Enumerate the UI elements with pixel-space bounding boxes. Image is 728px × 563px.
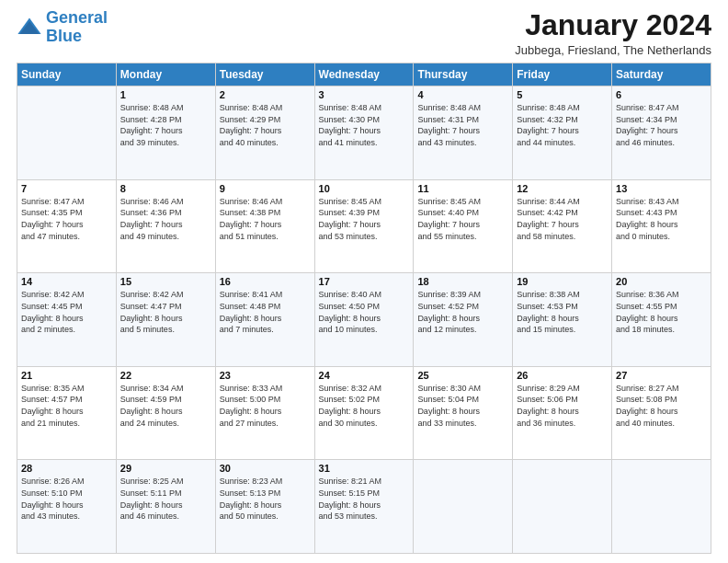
calendar-cell: 7Sunrise: 8:47 AM Sunset: 4:35 PM Daylig… bbox=[17, 179, 117, 273]
day-info: Sunrise: 8:40 AM Sunset: 4:50 PM Dayligh… bbox=[319, 289, 410, 335]
day-info: Sunrise: 8:42 AM Sunset: 4:47 PM Dayligh… bbox=[120, 289, 211, 335]
day-info: Sunrise: 8:48 AM Sunset: 4:28 PM Dayligh… bbox=[120, 102, 211, 148]
week-row-1: 1Sunrise: 8:48 AM Sunset: 4:28 PM Daylig… bbox=[17, 86, 711, 180]
logo: General Blue bbox=[17, 9, 108, 46]
calendar-cell: 27Sunrise: 8:27 AM Sunset: 5:08 PM Dayli… bbox=[612, 366, 711, 460]
day-info: Sunrise: 8:47 AM Sunset: 4:35 PM Dayligh… bbox=[21, 196, 112, 242]
calendar-cell: 21Sunrise: 8:35 AM Sunset: 4:57 PM Dayli… bbox=[17, 366, 117, 460]
day-header-thursday: Thursday bbox=[414, 63, 513, 86]
day-number: 15 bbox=[120, 276, 211, 287]
day-number: 8 bbox=[120, 183, 211, 194]
calendar-cell: 6Sunrise: 8:47 AM Sunset: 4:34 PM Daylig… bbox=[612, 86, 711, 180]
calendar-cell: 13Sunrise: 8:43 AM Sunset: 4:43 PM Dayli… bbox=[612, 179, 711, 273]
calendar-cell: 17Sunrise: 8:40 AM Sunset: 4:50 PM Dayli… bbox=[314, 273, 414, 367]
logo-text: General Blue bbox=[46, 9, 108, 46]
calendar-cell: 23Sunrise: 8:33 AM Sunset: 5:00 PM Dayli… bbox=[215, 366, 314, 460]
day-number: 31 bbox=[319, 463, 410, 474]
calendar-cell: 24Sunrise: 8:32 AM Sunset: 5:02 PM Dayli… bbox=[314, 366, 414, 460]
day-info: Sunrise: 8:21 AM Sunset: 5:15 PM Dayligh… bbox=[319, 476, 410, 522]
day-info: Sunrise: 8:42 AM Sunset: 4:45 PM Dayligh… bbox=[21, 289, 112, 335]
day-number: 11 bbox=[417, 183, 508, 194]
day-number: 1 bbox=[120, 89, 211, 100]
day-number: 4 bbox=[417, 89, 508, 100]
header: General Blue January 2024 Jubbega, Fries… bbox=[17, 9, 711, 57]
day-info: Sunrise: 8:23 AM Sunset: 5:13 PM Dayligh… bbox=[220, 476, 311, 522]
day-info: Sunrise: 8:48 AM Sunset: 4:31 PM Dayligh… bbox=[417, 102, 508, 148]
day-number: 24 bbox=[319, 370, 410, 381]
day-number: 29 bbox=[120, 463, 211, 474]
calendar-cell bbox=[612, 460, 711, 554]
day-info: Sunrise: 8:38 AM Sunset: 4:53 PM Dayligh… bbox=[517, 289, 608, 335]
day-info: Sunrise: 8:33 AM Sunset: 5:00 PM Dayligh… bbox=[220, 383, 311, 429]
day-number: 3 bbox=[319, 89, 410, 100]
day-info: Sunrise: 8:46 AM Sunset: 4:38 PM Dayligh… bbox=[220, 196, 311, 242]
week-row-2: 7Sunrise: 8:47 AM Sunset: 4:35 PM Daylig… bbox=[17, 179, 711, 273]
day-info: Sunrise: 8:48 AM Sunset: 4:30 PM Dayligh… bbox=[319, 102, 410, 148]
calendar-cell bbox=[17, 86, 117, 180]
day-number: 5 bbox=[517, 89, 608, 100]
day-number: 14 bbox=[21, 276, 112, 287]
calendar-cell bbox=[513, 460, 612, 554]
day-header-monday: Monday bbox=[116, 63, 215, 86]
day-info: Sunrise: 8:25 AM Sunset: 5:11 PM Dayligh… bbox=[120, 476, 211, 522]
day-info: Sunrise: 8:48 AM Sunset: 4:29 PM Dayligh… bbox=[220, 102, 311, 148]
day-info: Sunrise: 8:43 AM Sunset: 4:43 PM Dayligh… bbox=[616, 196, 707, 242]
day-number: 28 bbox=[21, 463, 112, 474]
calendar-cell: 19Sunrise: 8:38 AM Sunset: 4:53 PM Dayli… bbox=[513, 273, 612, 367]
day-info: Sunrise: 8:45 AM Sunset: 4:40 PM Dayligh… bbox=[417, 196, 508, 242]
calendar-cell: 16Sunrise: 8:41 AM Sunset: 4:48 PM Dayli… bbox=[215, 273, 314, 367]
calendar-cell: 11Sunrise: 8:45 AM Sunset: 4:40 PM Dayli… bbox=[414, 179, 513, 273]
day-info: Sunrise: 8:44 AM Sunset: 4:42 PM Dayligh… bbox=[517, 196, 608, 242]
day-info: Sunrise: 8:36 AM Sunset: 4:55 PM Dayligh… bbox=[616, 289, 707, 335]
calendar-cell: 28Sunrise: 8:26 AM Sunset: 5:10 PM Dayli… bbox=[17, 460, 117, 554]
day-header-sunday: Sunday bbox=[17, 63, 117, 86]
day-number: 13 bbox=[616, 183, 707, 194]
day-info: Sunrise: 8:39 AM Sunset: 4:52 PM Dayligh… bbox=[417, 289, 508, 335]
day-info: Sunrise: 8:30 AM Sunset: 5:04 PM Dayligh… bbox=[417, 383, 508, 429]
calendar-cell: 1Sunrise: 8:48 AM Sunset: 4:28 PM Daylig… bbox=[116, 86, 215, 180]
calendar-cell: 20Sunrise: 8:36 AM Sunset: 4:55 PM Dayli… bbox=[612, 273, 711, 367]
day-info: Sunrise: 8:41 AM Sunset: 4:48 PM Dayligh… bbox=[220, 289, 311, 335]
day-info: Sunrise: 8:26 AM Sunset: 5:10 PM Dayligh… bbox=[21, 476, 112, 522]
week-row-3: 14Sunrise: 8:42 AM Sunset: 4:45 PM Dayli… bbox=[17, 273, 711, 367]
day-header-saturday: Saturday bbox=[612, 63, 711, 86]
week-row-4: 21Sunrise: 8:35 AM Sunset: 4:57 PM Dayli… bbox=[17, 366, 711, 460]
calendar-cell: 4Sunrise: 8:48 AM Sunset: 4:31 PM Daylig… bbox=[414, 86, 513, 180]
day-number: 2 bbox=[220, 89, 311, 100]
day-info: Sunrise: 8:32 AM Sunset: 5:02 PM Dayligh… bbox=[319, 383, 410, 429]
day-number: 20 bbox=[616, 276, 707, 287]
day-number: 17 bbox=[319, 276, 410, 287]
calendar-cell: 9Sunrise: 8:46 AM Sunset: 4:38 PM Daylig… bbox=[215, 179, 314, 273]
day-number: 25 bbox=[417, 370, 508, 381]
calendar-cell: 26Sunrise: 8:29 AM Sunset: 5:06 PM Dayli… bbox=[513, 366, 612, 460]
calendar-cell: 14Sunrise: 8:42 AM Sunset: 4:45 PM Dayli… bbox=[17, 273, 117, 367]
day-info: Sunrise: 8:45 AM Sunset: 4:39 PM Dayligh… bbox=[319, 196, 410, 242]
day-header-friday: Friday bbox=[513, 63, 612, 86]
location-subtitle: Jubbega, Friesland, The Netherlands bbox=[515, 43, 711, 57]
day-number: 27 bbox=[616, 370, 707, 381]
day-number: 18 bbox=[417, 276, 508, 287]
day-header-wednesday: Wednesday bbox=[314, 63, 414, 86]
day-number: 12 bbox=[517, 183, 608, 194]
day-number: 23 bbox=[220, 370, 311, 381]
calendar: SundayMondayTuesdayWednesdayThursdayFrid… bbox=[17, 63, 711, 554]
calendar-cell: 10Sunrise: 8:45 AM Sunset: 4:39 PM Dayli… bbox=[314, 179, 414, 273]
calendar-cell: 3Sunrise: 8:48 AM Sunset: 4:30 PM Daylig… bbox=[314, 86, 414, 180]
day-number: 26 bbox=[517, 370, 608, 381]
calendar-cell: 30Sunrise: 8:23 AM Sunset: 5:13 PM Dayli… bbox=[215, 460, 314, 554]
day-info: Sunrise: 8:46 AM Sunset: 4:36 PM Dayligh… bbox=[120, 196, 211, 242]
day-info: Sunrise: 8:29 AM Sunset: 5:06 PM Dayligh… bbox=[517, 383, 608, 429]
day-info: Sunrise: 8:27 AM Sunset: 5:08 PM Dayligh… bbox=[616, 383, 707, 429]
day-info: Sunrise: 8:34 AM Sunset: 4:59 PM Dayligh… bbox=[120, 383, 211, 429]
day-number: 6 bbox=[616, 89, 707, 100]
calendar-cell: 2Sunrise: 8:48 AM Sunset: 4:29 PM Daylig… bbox=[215, 86, 314, 180]
calendar-cell: 31Sunrise: 8:21 AM Sunset: 5:15 PM Dayli… bbox=[314, 460, 414, 554]
calendar-cell: 5Sunrise: 8:48 AM Sunset: 4:32 PM Daylig… bbox=[513, 86, 612, 180]
week-row-5: 28Sunrise: 8:26 AM Sunset: 5:10 PM Dayli… bbox=[17, 460, 711, 554]
day-number: 22 bbox=[120, 370, 211, 381]
day-number: 10 bbox=[319, 183, 410, 194]
calendar-cell: 25Sunrise: 8:30 AM Sunset: 5:04 PM Dayli… bbox=[414, 366, 513, 460]
day-number: 21 bbox=[21, 370, 112, 381]
title-block: January 2024 Jubbega, Friesland, The Net… bbox=[515, 9, 711, 57]
day-number: 16 bbox=[220, 276, 311, 287]
